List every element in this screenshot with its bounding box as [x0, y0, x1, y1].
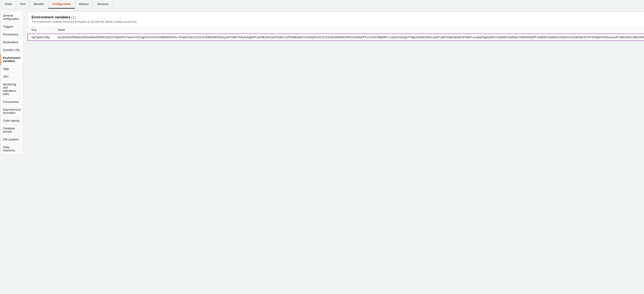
content-area: Environment variables (1) The environmen…	[28, 8, 644, 154]
env-table-wrapper: Key Value logTypeConfig eyJsb2dUeXBlIjoi…	[28, 26, 644, 41]
environment-variables-panel: Environment variables (1) The environmen…	[28, 12, 644, 41]
sidebar-item-code-signing[interactable]: Code signing	[0, 117, 23, 125]
table-header-row: Key Value	[28, 26, 644, 34]
panel-title-text: Environment variables	[32, 15, 70, 19]
sidebar-item-general-configuration[interactable]: General configuration	[0, 12, 23, 23]
tab-aliases[interactable]: Aliases	[75, 0, 93, 8]
column-header-key[interactable]: Key	[28, 26, 54, 34]
tab-versions[interactable]: Versions	[93, 0, 113, 8]
sidebar-item-monitoring-tools[interactable]: Monitoring and operations tools	[0, 81, 23, 98]
sidebar-item-vpc[interactable]: VPC	[0, 73, 23, 81]
tab-configuration[interactable]: Configuration	[48, 0, 75, 8]
sidebar-item-triggers[interactable]: Triggers	[0, 23, 23, 31]
panel-title: Environment variables (1)	[32, 15, 137, 19]
sidebar-item-file-systems[interactable]: File systems	[0, 136, 23, 143]
env-table: Key Value logTypeConfig eyJsb2dUeXBlIjoi…	[28, 26, 644, 41]
sidebar-item-environment-variables[interactable]: Environment variables	[0, 54, 23, 65]
column-header-value[interactable]: Value	[54, 26, 644, 34]
panel-header: Environment variables (1) The environmen…	[28, 12, 644, 26]
tab-code[interactable]: Code	[1, 0, 16, 8]
tab-monitor[interactable]: Monitor	[30, 0, 48, 8]
tabs: Code Test Monitor Configuration Aliases …	[1, 0, 643, 8]
sidebar-item-asynchronous-invocation[interactable]: Asynchronous invocation	[0, 106, 23, 117]
panel-title-row: Environment variables (1) The environmen…	[32, 15, 137, 23]
main-layout: General configuration Triggers Permissio…	[0, 8, 644, 154]
sidebar-item-destinations[interactable]: Destinations	[0, 38, 23, 46]
tabs-bar: Code Test Monitor Configuration Aliases …	[0, 0, 644, 8]
sidebar-item-concurrency[interactable]: Concurrency	[0, 98, 23, 106]
env-key-cell: logTypeConfig	[28, 34, 54, 41]
table-row[interactable]: logTypeConfig eyJsb2dUeXBlIjoicmRzIiwibW…	[28, 34, 644, 41]
sidebar-item-permissions[interactable]: Permissions	[0, 31, 23, 38]
sidebar-item-state-machines[interactable]: State machines	[0, 143, 23, 154]
sidebar-item-tags[interactable]: Tags	[0, 65, 23, 73]
panel-subtitle: The environment variables below are encr…	[32, 20, 137, 23]
env-value-cell: eyJsb2dUeXBlIjoicmRzIiwibWxfZW5kX3JlZ2V4…	[54, 34, 644, 41]
sidebar-item-function-url[interactable]: Function URL	[0, 46, 23, 54]
sidebar-item-database-proxies[interactable]: Database proxies	[0, 125, 23, 136]
configuration-sidebar: General configuration Triggers Permissio…	[0, 12, 24, 154]
panel-count: (1)	[71, 15, 76, 19]
tab-test[interactable]: Test	[16, 0, 30, 8]
